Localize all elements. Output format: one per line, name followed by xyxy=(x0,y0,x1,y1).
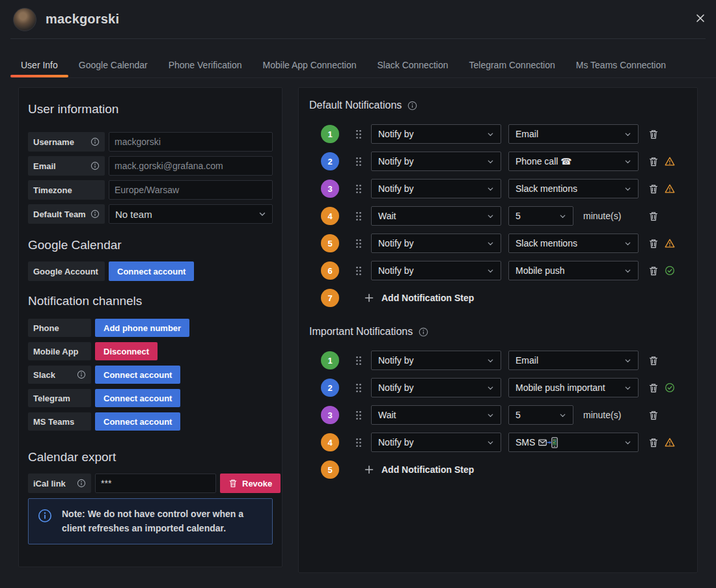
info-icon xyxy=(77,479,86,488)
tab-slack-connection[interactable]: Slack Connection xyxy=(367,55,459,77)
delete-step-button[interactable] xyxy=(648,209,659,222)
connect-ms-teams-button[interactable]: Connect account xyxy=(95,412,180,431)
trash-icon xyxy=(648,129,659,140)
step-action-select[interactable]: Notify by xyxy=(371,152,501,171)
email-field[interactable] xyxy=(109,156,273,176)
delete-step-button[interactable] xyxy=(648,127,659,140)
step-action-select[interactable]: Notify by xyxy=(371,234,501,253)
step-number-badge: 1 xyxy=(321,351,339,369)
notification-step-row: 3 Wait 5 minute(s) xyxy=(309,405,687,425)
trash-icon xyxy=(648,382,659,394)
step-action-select[interactable]: Notify by xyxy=(371,378,501,397)
phone-label: Phone xyxy=(28,319,91,337)
delete-step-button[interactable] xyxy=(648,182,659,195)
chevron-down-icon xyxy=(487,267,494,274)
info-icon xyxy=(90,137,100,146)
chevron-down-icon xyxy=(487,412,494,419)
info-icon xyxy=(77,370,86,379)
step-action-select[interactable]: Notify by xyxy=(371,179,501,198)
drag-handle-icon[interactable] xyxy=(355,129,362,139)
step-number-badge: 1 xyxy=(321,125,339,143)
step-number-badge: 2 xyxy=(321,379,339,397)
add-step-row: 7 Add Notification Step xyxy=(309,288,687,308)
chevron-down-icon xyxy=(624,439,631,446)
drag-handle-icon[interactable] xyxy=(355,184,362,194)
close-icon[interactable] xyxy=(691,9,709,27)
step-action-select[interactable]: Wait xyxy=(371,206,501,226)
modal-header: mackgorski xyxy=(10,0,706,39)
add-phone-number-button[interactable]: Add phone number xyxy=(95,319,189,337)
delete-step-button[interactable] xyxy=(648,436,659,449)
step-channel-select[interactable]: Mobile push xyxy=(508,261,639,280)
notification-step-row: 4 Wait 5 minute(s) xyxy=(309,206,687,226)
drag-handle-icon[interactable] xyxy=(355,383,362,393)
default-team-select[interactable]: No team xyxy=(109,204,273,224)
step-action-select[interactable]: Notify by xyxy=(371,261,501,280)
warning-icon xyxy=(665,238,675,248)
step-channel-select[interactable]: Slack mentions xyxy=(508,234,639,253)
tab-google-calendar[interactable]: Google Calendar xyxy=(68,55,158,77)
username-row: Username xyxy=(28,132,273,152)
add-notification-step-button[interactable]: Add Notification Step xyxy=(365,293,474,303)
email-row: Email xyxy=(28,156,273,176)
notification-step-row: 5 Notify by Slack mentions xyxy=(309,234,687,253)
ical-link-input[interactable] xyxy=(95,474,216,493)
notification-step-row: 3 Notify by Slack mentions xyxy=(309,179,687,198)
step-action-select[interactable]: Notify by xyxy=(371,433,501,452)
delete-step-button[interactable] xyxy=(648,264,659,277)
chevron-down-icon xyxy=(624,185,631,193)
step-number-badge: 2 xyxy=(321,152,339,170)
connect-telegram-button[interactable]: Connect account xyxy=(95,389,180,407)
drag-handle-icon[interactable] xyxy=(355,410,362,420)
wait-duration-select[interactable]: 5 xyxy=(508,405,573,425)
username-input[interactable] xyxy=(109,132,273,152)
delete-step-button[interactable] xyxy=(648,381,659,394)
chevron-down-icon xyxy=(487,185,494,193)
step-channel-select[interactable]: Slack mentions xyxy=(508,179,639,198)
timezone-input[interactable] xyxy=(109,180,273,200)
drag-handle-icon[interactable] xyxy=(355,438,362,448)
delete-step-button[interactable] xyxy=(648,354,659,367)
info-icon xyxy=(90,209,100,219)
step-channel-select[interactable]: Email xyxy=(508,124,639,144)
tab-telegram-connection[interactable]: Telegram Connection xyxy=(458,55,565,77)
timezone-row: Timezone xyxy=(28,180,273,200)
delete-step-button[interactable] xyxy=(648,408,659,421)
trash-icon xyxy=(648,410,659,421)
connect-slack-button[interactable]: Connect account xyxy=(95,366,180,384)
revoke-button[interactable]: Revoke xyxy=(220,474,281,493)
notification-step-row: 1 Notify by Email xyxy=(309,124,687,144)
step-channel-select[interactable]: SMS xyxy=(508,433,639,452)
drag-handle-icon[interactable] xyxy=(355,239,362,248)
wait-duration-select[interactable]: 5 xyxy=(508,206,573,226)
disconnect-mobile-app-button[interactable]: Disconnect xyxy=(95,342,158,360)
delete-step-button[interactable] xyxy=(648,155,659,168)
delete-step-button[interactable] xyxy=(648,237,659,250)
drag-handle-icon[interactable] xyxy=(355,356,362,366)
notification-step-row: 6 Notify by Mobile push xyxy=(309,261,687,280)
step-channel-select[interactable]: Email xyxy=(508,351,639,370)
drag-handle-icon[interactable] xyxy=(355,266,362,276)
step-action-select[interactable]: Notify by xyxy=(371,124,501,144)
add-notification-step-button[interactable]: Add Notification Step xyxy=(365,464,474,475)
chevron-down-icon xyxy=(487,240,494,247)
user-information-title: User information xyxy=(28,102,273,116)
connect-google-account-button[interactable]: Connect account xyxy=(109,261,194,281)
step-number-badge: 6 xyxy=(321,261,339,280)
step-action-select[interactable]: Wait xyxy=(371,405,501,425)
wait-unit-label: minute(s) xyxy=(583,211,621,221)
tab-user-info[interactable]: User Info xyxy=(10,55,68,77)
tab-phone-verification[interactable]: Phone Verification xyxy=(158,55,253,77)
step-action-select[interactable]: Notify by xyxy=(371,351,501,370)
step-channel-select[interactable]: Phone call ☎ xyxy=(508,152,639,171)
chevron-down-icon xyxy=(624,267,631,274)
tab-mobile-app-connection[interactable]: Mobile App Connection xyxy=(253,55,367,77)
google-account-row: Google Account Connect account xyxy=(28,261,273,281)
chevron-down-icon xyxy=(487,158,494,165)
chevron-down-icon xyxy=(487,213,494,220)
tab-ms-teams-connection[interactable]: Ms Teams Connection xyxy=(566,55,676,77)
drag-handle-icon[interactable] xyxy=(355,211,362,221)
step-channel-select[interactable]: Mobile push important xyxy=(508,378,639,397)
drag-handle-icon[interactable] xyxy=(355,157,362,167)
phone-channel-row: Phone Add phone number xyxy=(28,319,273,337)
